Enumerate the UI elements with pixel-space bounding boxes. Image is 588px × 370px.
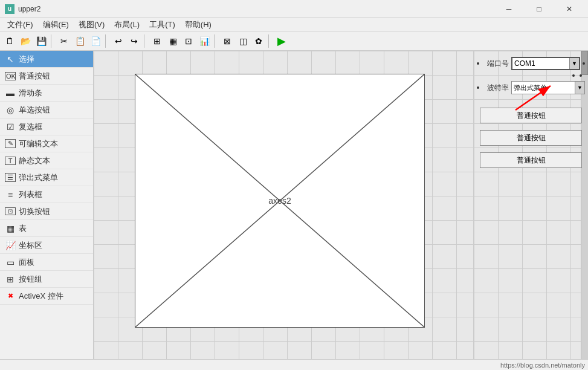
toolbar: 🗒 📂 💾 ✂ 📋 📄 ↩ ↪ ⊞ ▦ ⊡ 📊 ⊠ ◫ ✿ ▶ <box>0 31 588 51</box>
sidebar-item-statictext[interactable]: T 静态文本 <box>0 152 93 169</box>
tb-new[interactable]: 🗒 <box>2 34 17 48</box>
tb-run[interactable]: ▶ <box>274 34 289 48</box>
sidebar-label-btngroup: 按钮组 <box>19 274 42 285</box>
sidebar-item-axes[interactable]: 📈 坐标区 <box>0 237 93 254</box>
axes-box[interactable]: axes2 <box>135 74 425 328</box>
tb-chart[interactable]: 📊 <box>197 34 212 48</box>
menu-bar: 文件(F) 编辑(E) 视图(V) 布局(L) 工具(T) 帮助(H) <box>0 18 588 31</box>
sidebar-label-table: 表 <box>19 223 27 234</box>
tb-copy[interactable]: 📋 <box>73 34 87 48</box>
baud-label: 波特率 <box>482 83 509 93</box>
title-bar: u upper2 ─ □ ✕ <box>0 0 588 18</box>
activex-icon: ✖ <box>5 292 16 300</box>
tb-layout2[interactable]: ⊡ <box>181 34 196 48</box>
sidebar-item-activex[interactable]: ✖ ActiveX 控件 <box>0 288 93 305</box>
maximize-button[interactable]: □ <box>525 0 553 18</box>
window-controls: ─ □ ✕ <box>495 0 583 18</box>
toggle-icon: ⊡ <box>5 207 16 215</box>
status-url: https://blog.csdn.net/matonly <box>500 362 585 369</box>
sidebar-item-popup[interactable]: ☰ 弹出式菜单 <box>0 169 93 186</box>
right-panel-content: 端口号 COM1 ▼ 波特率 弹出式菜单 ▼ <box>474 51 588 176</box>
sidebar-item-checkbox[interactable]: ☑ 复选框 <box>0 118 93 135</box>
statictext-icon: T <box>5 157 16 165</box>
slider-icon: ▬ <box>5 88 16 98</box>
baud-dropdown[interactable]: 弹出式菜单 ▼ <box>511 81 585 94</box>
menu-layout[interactable]: 布局(L) <box>109 18 144 31</box>
sidebar-label-radio: 单选按钮 <box>19 105 50 115</box>
menu-edit[interactable]: 编辑(E) <box>38 18 74 31</box>
window-title: upper2 <box>18 5 495 13</box>
panel-button-3[interactable]: 普通按钮 <box>480 152 582 168</box>
sidebar-label-panel: 面板 <box>19 257 34 268</box>
select-icon: ↖ <box>5 54 16 64</box>
sidebar-item-edittext[interactable]: ✎ 可编辑文本 <box>0 135 93 152</box>
menu-help[interactable]: 帮助(H) <box>180 18 216 31</box>
sidebar-item-radio[interactable]: ◎ 单选按钮 <box>0 102 93 118</box>
sidebar-label-axes: 坐标区 <box>19 240 42 251</box>
panel-button-1[interactable]: 普通按钮 <box>480 108 582 123</box>
menu-tools[interactable]: 工具(T) <box>144 18 180 31</box>
edittext-icon: ✎ <box>5 139 16 148</box>
main-layout: ↖ 选择 OK 普通按钮 ▬ 滑动条 ◎ 单选按钮 ☑ 复选框 ✎ 可编辑文本 … <box>0 51 588 370</box>
sidebar-label-toggle: 切换按钮 <box>19 206 50 217</box>
baud-dot <box>477 86 479 89</box>
port-dot-right <box>583 62 585 65</box>
toolbar-separator-2 <box>105 34 109 48</box>
tb-save[interactable]: 💾 <box>34 34 48 48</box>
tb-box2[interactable]: ◫ <box>236 34 250 48</box>
sidebar-label-listbox: 列表框 <box>19 189 42 200</box>
port-dot <box>477 62 479 65</box>
menu-view[interactable]: 视图(V) <box>74 18 109 31</box>
panel-button-2[interactable]: 普通按钮 <box>480 130 582 146</box>
checkbox-icon: ☑ <box>5 122 16 132</box>
sidebar-item-btngroup[interactable]: ⊞ 按钮组 <box>0 271 93 288</box>
sidebar-item-listbox[interactable]: ≡ 列表框 <box>0 186 93 203</box>
sidebar-item-table[interactable]: ▦ 表 <box>0 220 93 237</box>
canvas-area[interactable]: axes2 <box>94 51 473 370</box>
tb-grid[interactable]: ⊞ <box>150 34 164 48</box>
sidebar-item-select[interactable]: ↖ 选择 <box>0 51 93 68</box>
sidebar-item-toggle[interactable]: ⊡ 切换按钮 <box>0 203 93 220</box>
axes-svg <box>135 74 424 327</box>
baud-value: 弹出式菜单 <box>512 83 575 92</box>
sidebar-label-edittext: 可编辑文本 <box>19 138 58 149</box>
sidebar-label-statictext: 静态文本 <box>19 155 50 166</box>
right-panel: 端口号 COM1 ▼ 波特率 弹出式菜单 ▼ <box>473 51 588 370</box>
tb-open[interactable]: 📂 <box>18 34 33 48</box>
minimize-button[interactable]: ─ <box>495 0 523 18</box>
tb-box1[interactable]: ⊠ <box>220 34 234 48</box>
btngroup-icon: ⊞ <box>5 274 16 284</box>
dot2 <box>580 74 582 77</box>
app-icon: u <box>5 4 15 14</box>
port-label: 端口号 <box>482 59 509 69</box>
tb-layout1[interactable]: ▦ <box>166 34 180 48</box>
tb-paste[interactable]: 📄 <box>88 34 103 48</box>
sidebar-item-button[interactable]: OK 普通按钮 <box>0 68 93 85</box>
status-bar: https://blog.csdn.net/matonly <box>0 359 588 370</box>
tb-undo[interactable]: ↩ <box>111 34 126 48</box>
dots-row <box>477 74 585 77</box>
close-button[interactable]: ✕ <box>555 0 583 18</box>
baud-dropdown-arrow[interactable]: ▼ <box>575 82 584 94</box>
sidebar-item-panel[interactable]: ▭ 面板 <box>0 254 93 271</box>
radio-icon: ◎ <box>5 105 16 115</box>
tb-deco[interactable]: ✿ <box>251 34 266 48</box>
button-icon: OK <box>5 72 16 80</box>
table-icon: ▦ <box>5 224 16 233</box>
dot1 <box>572 74 575 77</box>
panel-icon: ▭ <box>5 258 16 267</box>
sidebar-item-slider[interactable]: ▬ 滑动条 <box>0 85 93 102</box>
port-dropdown[interactable]: COM1 ▼ <box>511 57 580 70</box>
toolbar-separator-1 <box>51 34 54 48</box>
sidebar-label-activex: ActiveX 控件 <box>19 291 63 302</box>
toolbar-separator-3 <box>144 34 147 48</box>
menu-file[interactable]: 文件(F) <box>2 18 38 31</box>
axes-icon: 📈 <box>5 241 16 250</box>
sidebar: ↖ 选择 OK 普通按钮 ▬ 滑动条 ◎ 单选按钮 ☑ 复选框 ✎ 可编辑文本 … <box>0 51 94 370</box>
popup-icon: ☰ <box>5 173 16 182</box>
tb-redo[interactable]: ↪ <box>127 34 141 48</box>
sidebar-label-checkbox: 复选框 <box>19 122 42 132</box>
tb-cut[interactable]: ✂ <box>57 34 71 48</box>
listbox-icon: ≡ <box>5 190 16 200</box>
port-dropdown-arrow[interactable]: ▼ <box>569 58 579 69</box>
